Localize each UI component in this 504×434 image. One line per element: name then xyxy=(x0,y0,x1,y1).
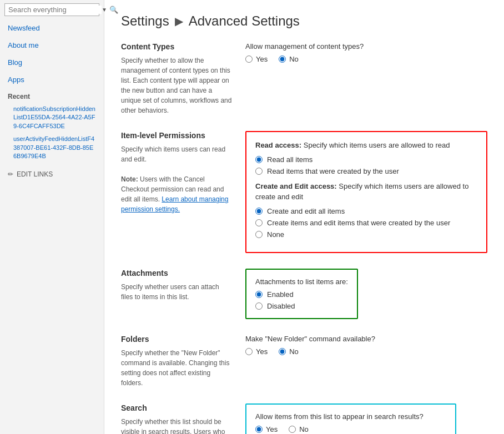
pencil-icon: ✏ xyxy=(8,170,13,178)
search-input[interactable] xyxy=(8,6,102,14)
search-title: Search xyxy=(121,403,232,412)
content-types-no-radio[interactable] xyxy=(279,55,286,63)
content-types-section: Content Types Specify whether to allow t… xyxy=(121,42,487,115)
create-all-label: Create and edit all items xyxy=(267,207,345,215)
search-no-radio[interactable] xyxy=(289,426,296,433)
read-all-label: Read all items xyxy=(267,155,313,164)
edit-links-label: EDIT LINKS xyxy=(17,170,53,178)
create-access-label: Create and Edit access: xyxy=(255,182,337,190)
folders-no-option[interactable]: No xyxy=(279,347,299,356)
create-all-option[interactable]: Create and edit all items xyxy=(255,207,477,215)
attachments-section: Attachments Specify whether users can at… xyxy=(121,269,487,319)
attachments-question: Attachments to list items are: xyxy=(255,277,348,286)
content-types-desc: Specify whether to allow the management … xyxy=(121,55,232,115)
search-yes-label: Yes xyxy=(266,425,278,433)
sidebar-item-newsfeed[interactable]: Newsfeed xyxy=(0,19,104,37)
item-permissions-section: Item-level Permissions Specify which ite… xyxy=(121,131,487,253)
create-own-radio[interactable] xyxy=(255,219,263,226)
create-none-radio[interactable] xyxy=(255,231,263,238)
search-desc: Specify whether this list should be visi… xyxy=(121,417,232,435)
attachments-disabled-option[interactable]: Disabled xyxy=(255,302,348,310)
content-types-question: Allow management of content types? xyxy=(245,42,487,51)
attachments-title: Attachments xyxy=(121,269,232,277)
sidebar-item-apps[interactable]: Apps xyxy=(0,71,104,88)
recent-item-2[interactable]: userActivityFeedHiddenListF4387007-BE61-… xyxy=(0,133,104,163)
create-none-option[interactable]: None xyxy=(255,230,477,239)
attachments-disabled-label: Disabled xyxy=(267,302,295,310)
content-types-no-label: No xyxy=(289,55,299,63)
search-options: Yes No xyxy=(255,425,446,433)
folders-desc: Specify whether the "New Folder" command… xyxy=(121,348,232,388)
attachments-enabled-label: Enabled xyxy=(267,290,294,299)
folders-yes-radio[interactable] xyxy=(245,348,253,355)
edit-links-button[interactable]: ✏ EDIT LINKS xyxy=(0,165,104,184)
create-own-option[interactable]: Create items and edit items that were cr… xyxy=(255,219,477,227)
item-permissions-title: Item-level Permissions xyxy=(121,131,232,140)
item-permissions-desc-text: Specify which items users can read and e… xyxy=(121,145,225,163)
folders-no-radio[interactable] xyxy=(279,348,286,355)
advanced-settings-title: Advanced Settings xyxy=(189,13,300,29)
attachments-box: Attachments to list items are: Enabled D… xyxy=(245,269,358,319)
content-types-yes-label: Yes xyxy=(256,55,268,63)
create-own-label: Create items and edit items that were cr… xyxy=(267,219,450,227)
folders-question: Make "New Folder" command available? xyxy=(245,335,487,343)
create-all-radio[interactable] xyxy=(255,208,263,215)
folders-no-label: No xyxy=(289,347,299,356)
search-section: Search Specify whether this list should … xyxy=(121,403,487,435)
read-own-radio[interactable] xyxy=(255,168,263,175)
read-all-option[interactable]: Read all items xyxy=(255,155,477,164)
folders-title: Folders xyxy=(121,335,232,344)
search-yes-option[interactable]: Yes xyxy=(255,425,278,433)
permissions-box: Read access: Specify which items users a… xyxy=(245,131,487,253)
sidebar-item-blog[interactable]: Blog xyxy=(0,54,104,71)
read-access-desc: Specify which items users are allowed to… xyxy=(301,141,450,149)
create-none-label: None xyxy=(267,230,284,239)
content-types-yes-radio[interactable] xyxy=(245,55,253,63)
recent-item-1[interactable]: notificationSubscriptionHiddenListD1E55D… xyxy=(0,103,104,133)
sidebar: ▼ 🔍 Newsfeed About me Blog Apps Recent n… xyxy=(0,0,104,434)
folders-yes-option[interactable]: Yes xyxy=(245,347,268,356)
attachments-enabled-option[interactable]: Enabled xyxy=(255,290,348,299)
page-title: Settings ▶ Advanced Settings xyxy=(121,13,487,29)
attachments-desc: Specify whether users can attach files t… xyxy=(121,282,232,302)
folders-yes-label: Yes xyxy=(256,347,268,356)
note-bold: Note: xyxy=(121,175,138,183)
folders-options: Yes No xyxy=(245,347,487,356)
settings-breadcrumb: Settings xyxy=(121,13,169,29)
content-types-title: Content Types xyxy=(121,42,232,51)
read-all-radio[interactable] xyxy=(255,156,263,163)
content-types-options: Yes No xyxy=(245,55,487,63)
main-content: Settings ▶ Advanced Settings Content Typ… xyxy=(104,0,504,434)
search-no-option[interactable]: No xyxy=(289,425,309,433)
attachments-enabled-radio[interactable] xyxy=(255,291,263,298)
search-no-label: No xyxy=(299,425,309,433)
breadcrumb-arrow: ▶ xyxy=(175,14,183,28)
recent-label: Recent xyxy=(0,88,104,103)
read-own-option[interactable]: Read items that were created by the user xyxy=(255,167,477,175)
content-types-no-option[interactable]: No xyxy=(279,55,299,63)
search-box: Allow items from this list to appear in … xyxy=(245,403,456,435)
search-yes-radio[interactable] xyxy=(255,426,263,433)
create-access-block: Create and Edit access: Specify which it… xyxy=(255,181,477,239)
read-own-label: Read items that were created by the user xyxy=(267,167,399,175)
sidebar-item-about-me[interactable]: About me xyxy=(0,37,104,54)
search-question: Allow items from this list to appear in … xyxy=(255,412,446,421)
attachments-disabled-radio[interactable] xyxy=(255,302,263,310)
folders-section: Folders Specify whether the "New Folder"… xyxy=(121,335,487,388)
read-access-block: Read access: Specify which items users a… xyxy=(255,140,477,175)
item-permissions-desc: Specify which items users can read and e… xyxy=(121,144,232,214)
read-access-label: Read access: xyxy=(255,141,301,149)
content-types-yes-option[interactable]: Yes xyxy=(245,55,268,63)
